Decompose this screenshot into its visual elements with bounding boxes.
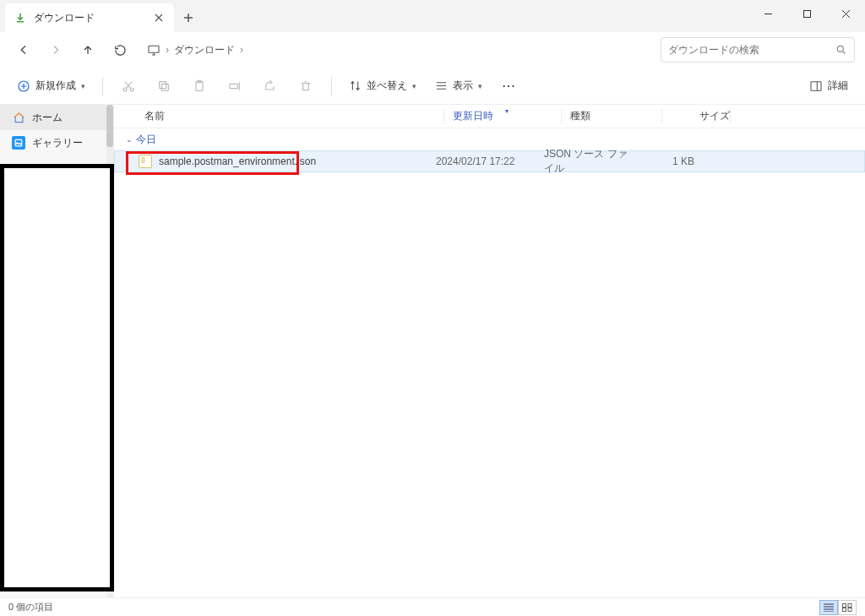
pc-icon bbox=[147, 43, 160, 57]
sidebar: ホーム ギャラリー bbox=[0, 105, 114, 616]
scrollbar-thumb[interactable] bbox=[106, 105, 113, 147]
close-button[interactable] bbox=[826, 0, 865, 27]
cut-button[interactable] bbox=[113, 73, 144, 100]
item-count: 0 個の項目 bbox=[8, 601, 53, 613]
breadcrumb[interactable]: › ダウンロード › bbox=[147, 43, 243, 57]
body: ホーム ギャラリー 名前 ▾ 更新日時 種類 サイズ ⌄ 今日 bbox=[0, 105, 865, 616]
svg-rect-1 bbox=[149, 46, 159, 52]
maximize-button[interactable] bbox=[787, 0, 826, 27]
svg-point-2 bbox=[837, 46, 843, 52]
download-icon bbox=[14, 11, 27, 25]
paste-button[interactable] bbox=[184, 73, 215, 100]
chevron-down-icon: ▾ bbox=[478, 82, 482, 90]
svg-rect-13 bbox=[843, 603, 846, 607]
redacted-region bbox=[0, 164, 114, 591]
minimize-button[interactable] bbox=[748, 0, 787, 27]
forward-button[interactable] bbox=[42, 36, 69, 63]
search-icon bbox=[835, 44, 847, 56]
divider bbox=[331, 77, 332, 95]
chevron-right-icon: › bbox=[240, 44, 243, 56]
search-input[interactable] bbox=[668, 44, 835, 56]
chevron-right-icon: › bbox=[166, 44, 169, 56]
details-pane-icon bbox=[809, 79, 823, 93]
toolbar: 新規作成 ▾ 並べ替え ▾ 表示 ▾ ··· 詳細 bbox=[0, 68, 865, 105]
file-list-area: 名前 ▾ 更新日時 種類 サイズ ⌄ 今日 sample.postman_env… bbox=[114, 105, 865, 616]
svg-rect-6 bbox=[161, 84, 168, 90]
view-icon bbox=[435, 79, 448, 92]
home-icon bbox=[12, 111, 25, 124]
file-type: JSON ソース ファイル bbox=[544, 147, 635, 176]
sort-label: 並べ替え bbox=[367, 79, 407, 93]
column-name[interactable]: 名前 bbox=[144, 109, 443, 123]
sidebar-item-home[interactable]: ホーム bbox=[0, 105, 113, 130]
svg-rect-11 bbox=[811, 81, 821, 90]
copy-button[interactable] bbox=[149, 73, 179, 100]
tab-title: ダウンロード bbox=[34, 11, 145, 25]
column-size[interactable]: サイズ bbox=[671, 109, 730, 123]
view-button[interactable]: 表示 ▾ bbox=[428, 73, 489, 100]
chevron-down-icon: ▾ bbox=[412, 82, 416, 90]
sort-indicator-icon: ▾ bbox=[505, 107, 509, 115]
sidebar-item-label: ホーム bbox=[32, 111, 63, 125]
svg-rect-15 bbox=[843, 608, 846, 611]
group-label: 今日 bbox=[136, 133, 156, 147]
column-type[interactable]: 種類 bbox=[570, 109, 661, 123]
chevron-down-icon: ▾ bbox=[81, 82, 85, 90]
more-button[interactable]: ··· bbox=[494, 73, 525, 100]
sort-icon bbox=[349, 79, 362, 92]
details-view-button[interactable] bbox=[819, 600, 838, 615]
file-size: 1 KB bbox=[635, 155, 694, 167]
chevron-down-icon: ⌄ bbox=[126, 135, 133, 144]
up-button[interactable] bbox=[74, 36, 101, 63]
thumbnails-view-button[interactable] bbox=[838, 600, 857, 615]
navbar: › ダウンロード › bbox=[0, 32, 865, 68]
file-date: 2024/02/17 17:22 bbox=[436, 155, 544, 167]
svg-rect-7 bbox=[160, 81, 166, 88]
svg-rect-16 bbox=[848, 608, 851, 611]
file-row[interactable]: sample.postman_environment.json 2024/02/… bbox=[114, 150, 865, 172]
svg-rect-14 bbox=[848, 603, 851, 607]
sidebar-item-gallery[interactable]: ギャラリー bbox=[0, 130, 113, 155]
svg-rect-10 bbox=[230, 84, 237, 88]
details-pane-button[interactable]: 詳細 bbox=[802, 73, 855, 100]
view-label: 表示 bbox=[453, 79, 473, 93]
back-button[interactable] bbox=[10, 36, 37, 63]
titlebar: ダウンロード bbox=[0, 0, 865, 32]
gallery-icon bbox=[12, 136, 25, 150]
sidebar-item-label: ギャラリー bbox=[32, 136, 83, 150]
divider bbox=[102, 77, 103, 95]
delete-button[interactable] bbox=[291, 73, 321, 100]
sort-button[interactable]: 並べ替え ▾ bbox=[342, 73, 423, 100]
ellipsis-icon: ··· bbox=[503, 80, 516, 92]
tab-close-button[interactable] bbox=[152, 11, 166, 25]
refresh-button[interactable] bbox=[106, 36, 133, 63]
group-today[interactable]: ⌄ 今日 bbox=[114, 128, 865, 150]
file-name: sample.postman_environment.json bbox=[159, 155, 316, 167]
new-label: 新規作成 bbox=[35, 79, 76, 93]
window-controls bbox=[748, 0, 865, 27]
column-date[interactable]: ▾ 更新日時 bbox=[453, 109, 561, 123]
details-label: 詳細 bbox=[828, 79, 848, 93]
new-tab-button[interactable] bbox=[174, 3, 203, 32]
rename-button[interactable] bbox=[220, 73, 250, 100]
breadcrumb-current[interactable]: ダウンロード bbox=[174, 43, 235, 57]
share-button[interactable] bbox=[255, 73, 286, 100]
plus-circle-icon bbox=[17, 79, 30, 93]
json-file-icon bbox=[139, 155, 152, 168]
column-headers: 名前 ▾ 更新日時 種類 サイズ bbox=[114, 105, 865, 128]
new-button[interactable]: 新規作成 ▾ bbox=[10, 73, 92, 100]
svg-rect-0 bbox=[803, 10, 810, 17]
tab-downloads[interactable]: ダウンロード bbox=[5, 3, 174, 32]
statusbar: 0 個の項目 bbox=[0, 597, 865, 616]
search-box[interactable] bbox=[661, 37, 855, 63]
view-toggle bbox=[819, 600, 857, 615]
